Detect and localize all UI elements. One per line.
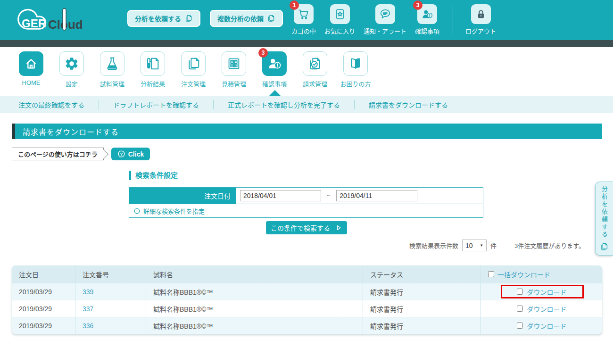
nav-item-quotes[interactable]: 見積管理 [214,47,254,88]
bulk-download-label[interactable]: 一括ダウンロード [497,270,550,279]
order-number-link[interactable]: 336 [83,322,93,330]
date-to-input[interactable] [336,190,417,201]
question-circle-icon: ? [117,150,125,158]
help-click-button[interactable]: ? Click [111,148,150,160]
nav-confirmations-badge: 3 [258,48,268,58]
nav-home-label: HOME [22,79,41,86]
multi-analysis-label: 複数分析の依頼 [217,14,264,23]
search-button-label: この条件で検索する [271,223,330,232]
favorites-menu-item[interactable]: お気に入り [324,4,355,35]
nav-settings-label: 設定 [66,79,78,88]
status-cell: 請求書発行 [363,317,481,334]
download-checkbox[interactable] [517,289,523,295]
notifications-menu-item[interactable]: 通知・アラート [364,4,406,35]
order-date-cell: 2019/03/29 [12,283,75,300]
history-note: 3件注文履歴があります。 [514,241,585,250]
download-cell: ダウンロード [481,317,602,334]
confirmations-badge: 3 [413,0,422,10]
nav-orders-label: 注文管理 [181,79,206,88]
multi-analysis-button[interactable]: 複数分析の依頼 [210,10,283,27]
subnav: 注文の最終確認をする ドラフトレポートを確認する 正式レポートを確認し分析を完了… [0,96,613,113]
date-range-separator: ~ [327,192,331,199]
cart-menu-item[interactable]: 1 カゴの中 [291,4,316,35]
table-row: 2019/03/29 339 試料名称BBB1®©™ 請求書発行 ダウンロード [12,283,602,300]
search-section-title: 検索条件設定 [129,171,178,180]
logout-label: ログアウト [465,26,496,35]
bulk-download-checkbox[interactable] [488,271,494,277]
nav-item-results[interactable]: 分析結果 [133,47,173,88]
play-arrow-icon [335,224,342,232]
status-cell: 請求書発行 [363,300,481,317]
download-link[interactable]: ダウンロード [527,287,567,297]
search-button[interactable]: この条件で検索する [266,221,347,234]
order-number-link[interactable]: 339 [83,288,93,296]
download-checkbox[interactable] [517,323,523,329]
logout-menu-item[interactable]: ログアウト [465,4,496,35]
header-divider [453,5,453,34]
copy-doc-icon [600,242,609,251]
col-header-order-number: 注文番号 [75,265,146,283]
ger-cloud-logo: GER Cloud [14,3,99,37]
nav-help-label: お困りの方 [340,79,371,88]
notifications-icon [379,8,391,20]
flask-icon [105,56,120,71]
plus-circle-icon [133,207,141,215]
table-row: 2019/03/29 337 試料名称BBB1®©™ 請求書発行 ダウンロード [12,300,602,317]
per-page-select[interactable]: 10 ▼ [462,240,487,251]
download-link[interactable]: ダウンロード [527,321,567,331]
confirmations-icon [421,8,433,20]
download-link[interactable]: ダウンロード [527,304,567,314]
nav-item-home[interactable]: HOME [11,47,51,88]
help-click-label: Click [128,150,144,158]
col-header-status: ステータス [363,265,481,283]
app-root: GER Cloud 分析を依頼する 複数分析の依頼 1 [0,0,613,364]
side-request-analysis-tab[interactable]: 分析を依頼する [595,182,613,256]
table-header-row: 注文日 注文番号 試料名 ステータス 一括ダウンロード [12,265,602,283]
nav-item-billing[interactable]: 請求管理 [295,47,335,88]
calculator-icon [226,56,241,71]
copy-doc-icon [267,14,275,23]
side-tab-label: 分析を依頼する [600,186,609,239]
download-checkbox[interactable] [517,306,523,312]
cart-icon [298,8,310,20]
main-nav: HOME 設定 試料管理 [11,47,376,88]
dropdown-caret-icon: ▼ [480,243,483,248]
documents-icon [186,56,201,71]
request-analysis-button[interactable]: 分析を依頼する [127,10,200,27]
subnav-item-final-confirm[interactable]: 注文の最終確認をする [4,100,99,109]
subnav-item-official-report[interactable]: 正式レポートを確認し分析を完了する [214,100,354,109]
guide-book-icon [348,56,363,71]
subnav-item-download-invoice[interactable]: 請求書をダウンロードする [355,100,462,109]
header-quick-icons: 1 カゴの中 お気に入り [291,4,505,35]
date-from-input[interactable] [240,190,321,201]
nav-billing-label: 請求管理 [303,79,327,88]
download-cell: ダウンロード [481,300,602,317]
nav-item-help[interactable]: お困りの方 [335,47,376,88]
nav-item-confirmations[interactable]: 3 確認事項 [254,47,295,88]
help-row: このページの使い方はコチラ ? Click [12,148,150,160]
confirmations-label: 確認事項 [415,26,439,35]
order-date-cell: 2019/03/29 [12,317,75,334]
per-page-value: 10 [465,242,473,249]
help-tag: このページの使い方はコチラ [12,148,104,160]
logo-ger-text: GER [22,17,46,30]
subnav-item-draft-report[interactable]: ドラフトレポートを確認する [99,100,213,109]
nav-results-label: 分析結果 [141,79,165,88]
sample-name-cell: 試料名称BBB1®©™ [146,300,363,317]
table-row: 2019/03/29 336 試料名称BBB1®©™ 請求書発行 ダウンロード [12,317,602,334]
cart-label: カゴの中 [291,26,316,35]
nav-item-settings[interactable]: 設定 [51,47,92,88]
advanced-search-toggle[interactable]: 詳細な検索条件を指定 [129,204,483,217]
gear-icon [64,56,79,71]
status-cell: 請求書発行 [363,283,481,300]
nav-item-samples[interactable]: 試料管理 [92,47,133,88]
nav-item-orders[interactable]: 注文管理 [173,47,214,88]
svg-text:?: ? [120,152,123,157]
request-analysis-label: 分析を依頼する [135,14,181,23]
result-count-label: 検索結果表示件数 [409,241,458,250]
order-date-cell: 2019/03/29 [12,300,75,317]
top-header: GER Cloud 分析を依頼する 複数分析の依頼 1 [0,0,613,40]
results-summary-row: 検索結果表示件数 10 ▼ 件 3件注文履歴があります。 [409,240,585,251]
order-number-link[interactable]: 337 [83,305,93,313]
confirmations-menu-item[interactable]: 3 確認事項 [415,4,439,35]
